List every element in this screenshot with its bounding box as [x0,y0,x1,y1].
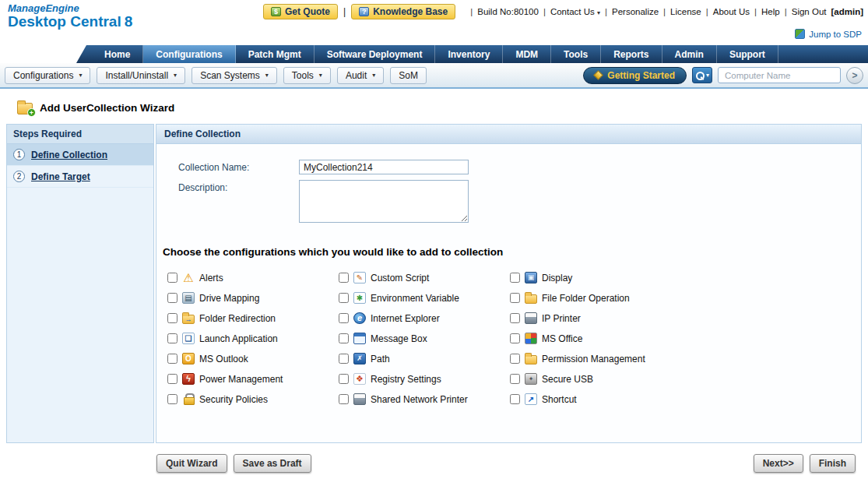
toolbar-right-group: Getting Started ▾ > [583,67,863,84]
folder-redirection-icon: → [182,315,195,324]
config-item-ip-printer[interactable]: IP Printer [510,312,681,324]
som-button[interactable]: SoM [390,67,427,84]
search-icon [695,71,705,80]
install-uninstall-menu[interactable]: Install/Uninstall ▾ [97,67,185,84]
drive-mapping-checkbox[interactable] [167,293,177,303]
config-item-label: Path [371,354,390,364]
contact-us-link[interactable]: Contact Us ▾ [550,7,600,16]
tab-admin[interactable]: Admin [662,45,717,63]
folder-redirection-checkbox[interactable] [167,313,177,323]
personalize-link[interactable]: Personalize [612,7,659,16]
config-item-secure-usb[interactable]: ✦ Secure USB [510,373,681,385]
launch-application-icon: ❏ [182,333,195,344]
step-number-badge: 2 [13,171,25,182]
alerts-checkbox[interactable] [167,273,177,283]
config-item-security-policies[interactable]: Security Policies [167,393,339,405]
save-as-draft-button[interactable]: Save as Draft [234,454,311,473]
jump-to-sdp-label: Jump to SDP [809,30,862,39]
page-title-row: + Add UserCollection Wizard [17,101,868,114]
security-policies-checkbox[interactable] [167,394,177,404]
file-folder-operation-icon [525,294,537,304]
tab-software-deployment[interactable]: Software Deployment [315,45,436,63]
help-link[interactable]: Help [761,7,780,16]
knowledge-base-icon: ? [359,7,369,16]
file-folder-operation-checkbox[interactable] [510,293,520,303]
config-item-environment-variable[interactable]: ✱ Environment Variable [339,292,510,304]
display-checkbox[interactable] [510,273,520,283]
getting-started-button[interactable]: Getting Started [583,67,687,84]
config-item-registry-settings[interactable]: ❖ Registry Settings [339,373,510,385]
config-item-file-folder-operation[interactable]: File Folder Operation [510,292,681,304]
tab-support[interactable]: Support [717,45,778,63]
config-item-label: Drive Mapping [199,293,259,304]
config-item-shortcut[interactable]: ↗ Shortcut [510,393,681,405]
computer-name-search-input[interactable] [718,67,841,83]
license-link[interactable]: License [670,7,701,16]
knowledge-base-label: Knowledge Base [373,6,448,17]
tools-menu[interactable]: Tools ▾ [283,67,331,84]
config-item-display[interactable]: ▣ Display [510,272,681,283]
search-scope-button[interactable]: ▾ [692,67,712,83]
ms-outlook-checkbox[interactable] [167,354,177,364]
config-item-folder-redirection[interactable]: → Folder Redirection [167,312,339,324]
tab-configurations[interactable]: Configurations [143,45,235,63]
path-checkbox[interactable] [339,354,349,364]
config-item-ms-outlook[interactable]: O MS Outlook [167,353,339,364]
custom-script-checkbox[interactable] [339,273,349,283]
tab-reports[interactable]: Reports [601,45,662,63]
search-go-button[interactable]: > [846,67,863,84]
registry-settings-checkbox[interactable] [339,374,349,384]
config-item-drive-mapping[interactable]: ▤ Drive Mapping [167,292,339,304]
path-icon: ✗ [353,353,366,364]
config-item-internet-explorer[interactable]: e Internet Explorer [339,312,510,324]
separator: | [706,7,708,16]
get-quote-button[interactable]: $ Get Quote [263,4,338,19]
tab-inventory[interactable]: Inventory [435,45,503,63]
next-button[interactable]: Next>> [754,454,803,473]
permission-management-checkbox[interactable] [510,354,520,364]
step-label: Define Collection [31,150,107,160]
panel-body: Collection Name: Description: Choose the… [156,144,861,442]
jump-to-sdp-link[interactable]: Jump to SDP [795,29,862,39]
config-item-message-box[interactable]: Message Box [339,333,510,344]
config-item-shared-network-printer[interactable]: Shared Network Printer [339,393,510,405]
config-item-launch-application[interactable]: ❏ Launch Application [167,333,339,344]
config-item-custom-script[interactable]: ✎ Custom Script [339,272,510,283]
config-item-ms-office[interactable]: MS Office [510,333,681,344]
secure-usb-checkbox[interactable] [510,374,520,384]
tab-patch-mgmt[interactable]: Patch Mgmt [236,45,315,63]
ip-printer-checkbox[interactable] [510,313,520,323]
config-item-power-management[interactable]: ϟ Power Management [167,373,339,385]
config-item-label: IP Printer [542,313,581,324]
scan-systems-menu[interactable]: Scan Systems ▾ [192,67,277,84]
sidebar-step-define-target[interactable]: 2 Define Target [7,166,153,188]
description-textarea[interactable] [299,180,469,223]
collection-name-input[interactable] [299,160,469,174]
tab-mdm[interactable]: MDM [503,45,551,63]
nav-tab-bar: Home Configurations Patch Mgmt Software … [76,45,868,63]
environment-variable-checkbox[interactable] [339,293,349,303]
knowledge-base-button[interactable]: ? Knowledge Base [351,4,455,19]
launch-application-checkbox[interactable] [167,333,177,343]
quit-wizard-button[interactable]: Quit Wizard [156,454,227,473]
about-us-link[interactable]: About Us [713,7,750,16]
finish-button[interactable]: Finish [810,454,856,473]
internet-explorer-checkbox[interactable] [339,313,349,323]
actions-right-group: Next>> Finish [754,454,856,473]
message-box-checkbox[interactable] [339,333,349,343]
jump-to-sdp-icon [795,29,805,39]
configurations-menu[interactable]: Configurations ▾ [5,67,90,84]
config-item-path[interactable]: ✗ Path [339,353,510,364]
sign-out-link[interactable]: Sign Out [792,7,827,16]
power-management-checkbox[interactable] [167,374,177,384]
config-item-alerts[interactable]: ⚠ Alerts [167,272,339,283]
install-uninstall-menu-label: Install/Uninstall [105,70,168,81]
sidebar-step-define-collection[interactable]: 1 Define Collection [7,144,153,166]
shortcut-checkbox[interactable] [510,394,520,404]
config-item-permission-management[interactable]: Permission Management [510,353,681,364]
tab-home[interactable]: Home [92,45,143,63]
tab-tools[interactable]: Tools [551,45,601,63]
shared-network-printer-checkbox[interactable] [339,394,349,404]
audit-menu[interactable]: Audit ▾ [337,67,384,84]
ms-office-checkbox[interactable] [510,333,520,343]
